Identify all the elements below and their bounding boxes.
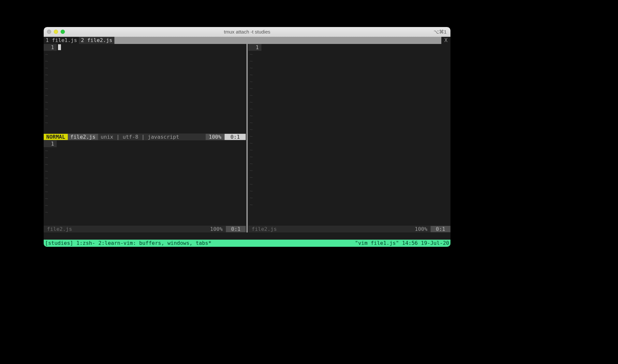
- empty-line-tilde: ~: [44, 58, 57, 64]
- tabline-close-button[interactable]: X: [441, 37, 450, 44]
- empty-line-tilde: ~: [248, 140, 261, 147]
- empty-line-tilde: ~: [248, 126, 261, 133]
- empty-line-tilde: ~: [248, 58, 261, 64]
- empty-line-tilde: ~: [44, 112, 57, 119]
- empty-line-tilde: ~: [248, 188, 261, 194]
- empty-line-tilde: ~: [44, 78, 57, 85]
- empty-line-tilde: ~: [44, 119, 57, 126]
- status-filename: file2.js: [68, 134, 98, 140]
- empty-line-tilde: ~: [248, 64, 261, 71]
- vertical-split-divider[interactable]: [246, 44, 248, 232]
- empty-line-tilde: ~: [44, 202, 57, 209]
- tab-file2[interactable]: 2 file2.js: [79, 37, 114, 44]
- window-title: tmux attach -t studies: [44, 29, 450, 35]
- empty-line-tilde: ~: [248, 133, 261, 140]
- empty-line-tilde: ~: [44, 71, 57, 78]
- cursor-icon: [58, 44, 61, 50]
- tab-file1[interactable]: 1 file1.js: [44, 37, 79, 44]
- tabline-spacer: [114, 37, 441, 44]
- line-content[interactable]: [57, 140, 246, 147]
- tmux-status-right: "vim file1.js" 14:56 19-Jul-20: [355, 240, 449, 246]
- line-number: 1: [44, 140, 57, 147]
- statusline-inactive: file2.js 100% 0:1: [248, 226, 450, 232]
- tab-index: 1: [46, 37, 49, 43]
- status-position: 0:1: [225, 134, 246, 140]
- line-content[interactable]: [261, 44, 450, 51]
- empty-line-tilde: ~: [44, 99, 57, 105]
- empty-line-tilde: ~: [248, 112, 261, 119]
- terminal-window: tmux attach -t studies ⌥⌘1 1 file1.js 2 …: [44, 27, 450, 247]
- empty-line-tilde: ~: [248, 71, 261, 78]
- pane-top-left[interactable]: 1 ~~~~~~~~~~~ NORMAL file2.js unix | utf…: [44, 44, 246, 141]
- window-shortcut: ⌥⌘1: [434, 29, 447, 35]
- empty-line-tilde: ~: [248, 174, 261, 181]
- empty-line-tilde: ~: [248, 78, 261, 85]
- line-content[interactable]: [57, 44, 246, 51]
- empty-line-tilde: ~: [44, 85, 57, 92]
- empty-line-tilde: ~: [44, 92, 57, 99]
- empty-line-tilde: ~: [44, 161, 57, 168]
- empty-line-tilde: ~: [44, 105, 57, 112]
- tmux-status-bar: [studies] 1:zsh- 2:learn-vim: buffers, w…: [44, 240, 450, 247]
- empty-line-tilde: ~: [248, 201, 261, 208]
- empty-line-tilde: ~: [248, 194, 261, 201]
- empty-line-tilde: ~: [44, 181, 57, 188]
- empty-line-tilde: ~: [44, 64, 57, 71]
- status-position: 0:1: [226, 226, 246, 232]
- empty-line-tilde: ~: [248, 92, 261, 99]
- empty-line-tilde: ~: [248, 181, 261, 188]
- empty-line-tilde: ~: [248, 167, 261, 174]
- empty-line-tilde: ~: [44, 209, 57, 216]
- empty-line-tilde: ~: [248, 99, 261, 105]
- window-titlebar: tmux attach -t studies ⌥⌘1: [44, 27, 450, 37]
- status-filename: file2.js: [248, 226, 280, 232]
- line-number: 1: [44, 44, 57, 51]
- vim-command-line[interactable]: [44, 232, 450, 240]
- empty-line-tilde: ~: [44, 188, 57, 195]
- empty-line-tilde: ~: [248, 51, 261, 58]
- left-column: 1 ~~~~~~~~~~~ NORMAL file2.js unix | utf…: [44, 44, 246, 232]
- mode-indicator: NORMAL: [44, 134, 68, 140]
- status-percent: 100%: [206, 134, 225, 140]
- pane-content[interactable]: 1 ~~~~~~~~~~~~~~~~~~~~~~~: [248, 44, 450, 226]
- empty-line-tilde: ~: [44, 51, 57, 58]
- tab-label: file1.js: [52, 37, 77, 43]
- pane-content[interactable]: 1 ~~~~~~~~~~~: [44, 44, 246, 134]
- empty-line-tilde: ~: [248, 105, 261, 112]
- empty-line-tilde: ~: [44, 154, 57, 161]
- empty-line-tilde: ~: [44, 168, 57, 175]
- status-percent: 100%: [412, 226, 431, 232]
- status-percent: 100%: [207, 226, 226, 232]
- empty-line-tilde: ~: [248, 85, 261, 92]
- right-column: 1 ~~~~~~~~~~~~~~~~~~~~~~~ file2.js 100% …: [248, 44, 450, 232]
- pane-content[interactable]: 1 ~~~~~~~~~~: [44, 140, 246, 225]
- pane-right[interactable]: 1 ~~~~~~~~~~~~~~~~~~~~~~~ file2.js 100% …: [248, 44, 450, 232]
- empty-line-tilde: ~: [248, 160, 261, 167]
- status-fileinfo: unix | utf-8 | javascript: [98, 134, 182, 140]
- empty-line-tilde: ~: [44, 195, 57, 202]
- empty-line-tilde: ~: [44, 175, 57, 181]
- status-filename: file2.js: [44, 226, 75, 232]
- pane-bottom-left[interactable]: 1 ~~~~~~~~~~ file2.js 100% 0:1: [44, 140, 246, 232]
- tmux-status-left: [studies] 1:zsh- 2:learn-vim: buffers, w…: [45, 240, 212, 246]
- editor-area: 1 ~~~~~~~~~~~ NORMAL file2.js unix | utf…: [44, 44, 450, 232]
- empty-line-tilde: ~: [44, 147, 57, 154]
- empty-line-tilde: ~: [248, 153, 261, 160]
- empty-line-tilde: ~: [248, 119, 261, 126]
- line-number: 1: [248, 44, 261, 51]
- tab-label: file2.js: [87, 37, 112, 43]
- statusline-active: NORMAL file2.js unix | utf-8 | javascrip…: [44, 133, 246, 140]
- status-position: 0:1: [431, 226, 450, 232]
- tab-index: 2: [81, 37, 84, 43]
- empty-line-tilde: ~: [248, 147, 261, 153]
- vim-tabline: 1 file1.js 2 file2.js X: [44, 37, 450, 44]
- statusline-inactive: file2.js 100% 0:1: [44, 226, 246, 232]
